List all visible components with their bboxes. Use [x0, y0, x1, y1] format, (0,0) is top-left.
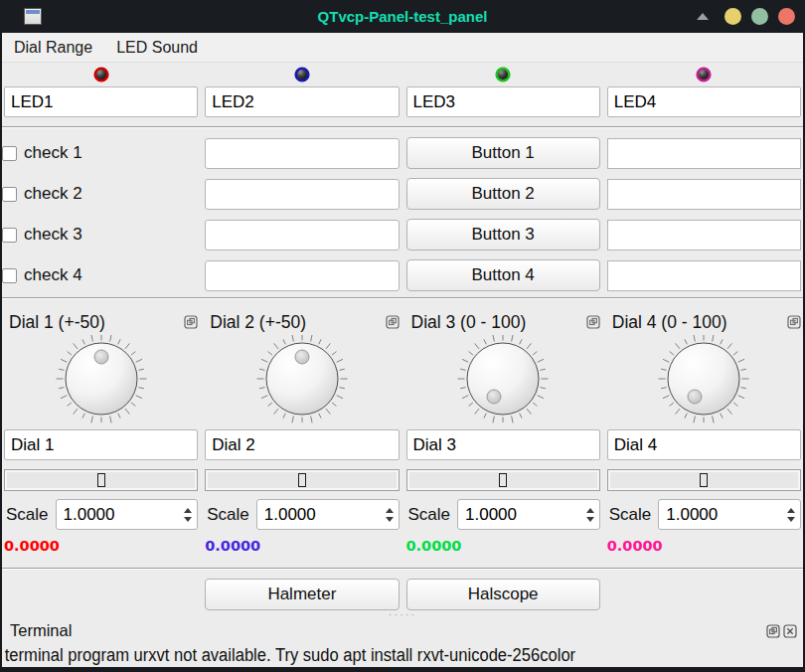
menu-led-sound[interactable]: LED Sound	[104, 35, 210, 61]
menu-dial-range[interactable]: Dial Range	[2, 35, 104, 61]
scale-row: Scale Scale Scale Scale	[2, 499, 803, 530]
checkbox-check-2[interactable]: check 2	[4, 178, 198, 210]
led2-icon	[292, 66, 312, 84]
dial4-readout: 0.0000	[607, 538, 801, 556]
missing-glyph-icon	[97, 473, 105, 487]
led4-icon	[694, 66, 714, 84]
dial1-readout: 0.0000	[4, 538, 198, 556]
entry-row2[interactable]	[205, 179, 399, 210]
float-icon[interactable]	[386, 315, 400, 329]
dock-close-icon[interactable]	[783, 624, 797, 638]
splitter-handle[interactable]: ·····	[2, 609, 803, 618]
checkbox-box-icon[interactable]	[2, 228, 17, 243]
led-name-fields	[2, 86, 803, 117]
spin-up-icon[interactable]	[184, 508, 192, 513]
spin-down-icon[interactable]	[184, 517, 192, 522]
dial-bar-row	[2, 469, 803, 491]
app-window: QTvcp-Panel-test_panel Dial Range LED So…	[0, 0, 805, 672]
entry-row4-right[interactable]	[607, 260, 801, 291]
spin-down-icon[interactable]	[386, 517, 394, 522]
dial1-title: Dial 1 (+-50)	[4, 312, 105, 333]
entry-row4[interactable]	[205, 260, 399, 291]
float-icon[interactable]	[787, 315, 801, 329]
dial2-scale-spinbox[interactable]	[256, 499, 400, 530]
scale-label: Scale	[607, 505, 652, 525]
dial1-scale-spinbox[interactable]	[56, 499, 199, 530]
spin-down-icon[interactable]	[787, 517, 795, 522]
scale-label: Scale	[205, 505, 249, 525]
terminal-message: terminal program urxvt not available. Tr…	[2, 645, 805, 666]
button-3[interactable]: Button 3	[406, 219, 600, 251]
entry-row3-right[interactable]	[607, 220, 801, 251]
led4-name-input[interactable]	[607, 86, 801, 117]
dial3-readout: 0.0000	[406, 538, 600, 556]
scale-label: Scale	[4, 505, 49, 525]
dial2-knob[interactable]	[252, 335, 352, 426]
dial3-title: Dial 3 (0 - 100)	[406, 312, 527, 333]
check-button-block: check 1 Button 1 check 2 Button 2 check …	[2, 135, 803, 291]
dial1-knob[interactable]	[52, 335, 151, 426]
led1-icon	[91, 66, 111, 84]
spin-down-icon[interactable]	[586, 517, 594, 522]
checkbox-check-4[interactable]: check 4	[4, 259, 198, 291]
dial4-scale-spinbox[interactable]	[658, 499, 801, 530]
dial1-name-input[interactable]	[4, 429, 198, 460]
missing-glyph-icon	[499, 473, 507, 487]
dock-float-icon[interactable]	[766, 624, 780, 638]
knob-indicator-dot	[94, 350, 108, 364]
separator	[2, 568, 803, 570]
entry-row1-right[interactable]	[607, 138, 801, 169]
knob-indicator-dot	[487, 390, 501, 404]
dial2-name-input[interactable]	[205, 429, 399, 460]
checkbox-box-icon[interactable]	[2, 268, 17, 283]
entry-row2-right[interactable]	[607, 179, 801, 210]
dial4-name-input[interactable]	[607, 429, 801, 460]
readout-row: 0.0000 0.0000 0.0000 0.0000	[2, 538, 803, 556]
led2-name-input[interactable]	[205, 86, 399, 117]
halmeter-button[interactable]: Halmeter	[205, 579, 399, 610]
checkbox-check-3[interactable]: check 3	[4, 219, 198, 251]
menubar: Dial Range LED Sound	[2, 33, 803, 63]
dial3-knob[interactable]	[453, 335, 553, 426]
led1-name-input[interactable]	[4, 86, 198, 117]
halscope-button[interactable]: Halscope	[406, 579, 600, 610]
dial2-title: Dial 2 (+-50)	[205, 312, 306, 333]
checkbox-check-1[interactable]: check 1	[4, 137, 198, 169]
button-4[interactable]: Button 4	[406, 259, 600, 291]
entry-row3[interactable]	[205, 220, 399, 251]
knob-indicator-dot	[295, 350, 309, 364]
titlebar: QTvcp-Panel-test_panel	[0, 0, 805, 33]
checkbox-label: check 2	[24, 184, 82, 204]
dial4-knob[interactable]	[654, 335, 753, 426]
led-indicator-row	[2, 65, 803, 84]
entry-row1[interactable]	[205, 138, 399, 169]
dial1-bar	[4, 469, 198, 491]
button-1[interactable]: Button 1	[406, 137, 600, 169]
checkbox-label: check 3	[24, 225, 82, 245]
dial4-scale-input[interactable]	[659, 505, 785, 525]
dial4-title: Dial 4 (0 - 100)	[607, 312, 727, 333]
float-icon[interactable]	[184, 315, 198, 329]
spin-up-icon[interactable]	[386, 508, 394, 513]
dial2-bar	[205, 469, 399, 491]
dial3-scale-input[interactable]	[458, 505, 584, 525]
terminal-dock-header: Terminal	[2, 618, 803, 643]
dial1-scale-input[interactable]	[57, 505, 183, 525]
checkbox-box-icon[interactable]	[2, 146, 17, 161]
checkbox-box-icon[interactable]	[2, 187, 17, 202]
dial2-scale-input[interactable]	[257, 505, 384, 525]
led3-name-input[interactable]	[406, 86, 600, 117]
spin-up-icon[interactable]	[586, 508, 594, 513]
button-2[interactable]: Button 2	[406, 178, 600, 210]
dial3-bar	[406, 469, 600, 491]
dial2-readout: 0.0000	[205, 538, 399, 556]
float-icon[interactable]	[586, 315, 600, 329]
dial-name-fields	[2, 429, 803, 460]
checkbox-label: check 4	[24, 265, 82, 285]
scale-label: Scale	[406, 505, 451, 525]
window-title: QTvcp-Panel-test_panel	[0, 8, 805, 25]
dial3-name-input[interactable]	[406, 429, 600, 460]
spin-up-icon[interactable]	[787, 508, 795, 513]
missing-glyph-icon	[298, 473, 306, 487]
dial3-scale-spinbox[interactable]	[457, 499, 600, 530]
